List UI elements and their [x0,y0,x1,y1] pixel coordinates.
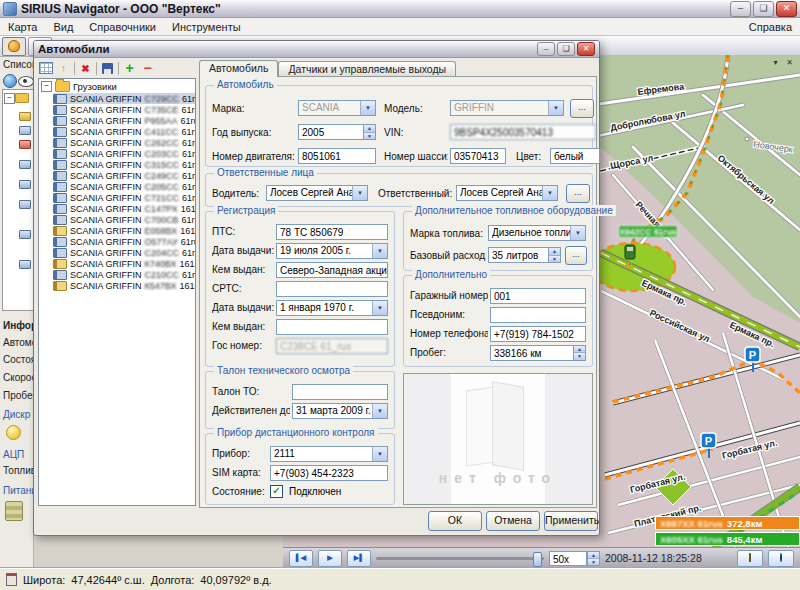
tree-item[interactable]: SCANIA GRIFFINС411СС61rus [53,126,195,137]
connected-label: Подключен [289,486,341,497]
tree-root-row[interactable]: − Грузовики [39,79,195,93]
maximize-button[interactable]: ❏ [753,1,774,17]
speed-spin-buttons[interactable]: ▲ ▼ [587,551,600,566]
ok-button[interactable]: ОК [428,511,482,531]
import-button[interactable]: ↑ [56,61,71,75]
pts-issuer-input[interactable]: Северо-Западная акцизная т [276,262,388,278]
dropdown-icon[interactable]: ▼ [548,101,563,115]
playback-slider-handle[interactable] [533,552,542,567]
pan-tool-button[interactable] [2,37,26,56]
globe-icon[interactable] [3,74,17,88]
play-button[interactable]: ▶ [318,550,342,567]
tree-item[interactable]: SCANIA GRIFFINР955АА61rus [53,115,195,126]
map-close-button[interactable]: ✕ [783,57,796,69]
dropdown-icon[interactable]: ▼ [372,301,387,315]
fuel-browse-button[interactable]: ... [565,246,587,265]
pts-input[interactable]: 78 ТС 850679 [276,224,388,240]
save-button[interactable] [100,61,115,75]
eye-icon[interactable] [18,76,34,87]
dialog-minimize-button[interactable]: – [537,42,555,56]
tab-sensors[interactable]: Датчики и управляемые выходы [278,61,456,77]
tree-item[interactable]: SCANIA GRIFFINЕ058ВХ161rus [53,225,195,236]
tree-item[interactable]: SCANIA GRIFFINК547ВХ161rus [53,280,195,291]
expand-icon[interactable]: − [41,81,52,92]
dropdown-icon[interactable]: ▼ [372,244,387,258]
skip-back-button[interactable]: ▌◀ [289,550,313,567]
dropdown-icon[interactable]: ▼ [372,404,387,418]
responsible-combo[interactable]: Лосев Сергей Анатоль▼ [456,185,558,201]
minimize-button[interactable]: – [730,1,751,17]
valid-until-combo[interactable]: 31 марта 2009 г.▼ [292,403,388,419]
garage-input[interactable]: 001 [490,288,586,304]
vehicle-view-button[interactable] [737,550,763,567]
map-collapse-button[interactable]: ▾ [769,57,782,69]
mileage-spinner[interactable]: 338166 км▲▼ [490,345,586,361]
persons-browse-button[interactable]: ... [566,184,590,203]
vehicle-tree[interactable]: − Грузовики SCANIA GRIFFINС729СС61rus SC… [38,78,196,506]
tree-item[interactable]: SCANIA GRIFFINК740ВХ161rus [53,258,195,269]
phone-input[interactable]: +7(919) 784-1502 [490,326,586,342]
chassis-input[interactable]: 03570413 [450,148,506,164]
engine-input[interactable]: 8051061 [298,148,376,164]
sim-input[interactable]: +7(903) 454-2323 [270,465,388,481]
tab-vehicle[interactable]: Автомобиль [199,60,278,77]
dropdown-icon[interactable]: ▼ [570,226,585,240]
tree-item[interactable]: SCANIA GRIFFINС204СС61rus [53,247,195,258]
srts-issuer-input[interactable] [276,319,388,335]
model-browse-button[interactable]: ... [570,99,594,118]
skip-forward-button[interactable]: ▶▌ [347,550,371,567]
remove-vehicle-button[interactable]: − [140,61,155,75]
vin-input[interactable]: 9ВSР4Х25003570413 [450,124,596,140]
driver-combo[interactable]: Лосев Сергей Анатоль▼ [266,185,368,201]
vehicle-marker[interactable] [625,245,635,259]
background-tree[interactable]: − [2,89,34,311]
speed-value[interactable]: 50x [549,551,587,566]
connected-checkbox[interactable]: ✓ [270,485,283,498]
tree-item[interactable]: SCANIA GRIFFINС203СС61rus [53,148,195,159]
dropdown-icon[interactable]: ▼ [352,186,367,200]
model-combo[interactable]: GRIFFIN▼ [450,100,564,116]
tree-item[interactable]: SCANIA GRIFFINС249СС61rus [53,170,195,181]
srts-date-combo[interactable]: 1 января 1970 г.▼ [276,300,388,316]
ticket-input[interactable] [292,384,388,400]
menu-help[interactable]: Справка [749,21,792,33]
tree-item[interactable]: SCANIA GRIFFINС721СС61rus [53,192,195,203]
dropdown-icon[interactable]: ▼ [360,101,375,115]
dropdown-icon[interactable]: ▼ [542,186,557,200]
year-spinner[interactable]: 2005▲▼ [298,124,376,140]
cancel-button[interactable]: Отмена [486,511,540,531]
add-vehicle-button[interactable]: + [122,61,137,75]
menu-directories[interactable]: Справочники [89,21,156,33]
tree-item[interactable]: SCANIA GRIFFINС315СС61rus [53,159,195,170]
alias-input[interactable] [490,307,586,323]
playback-slider[interactable] [376,557,544,560]
menu-view[interactable]: Вид [53,21,73,33]
menu-map[interactable]: Карта [8,21,37,33]
tree-item[interactable]: SCANIA GRIFFINО577АУ61rus [53,236,195,247]
apply-button[interactable]: Применить [544,511,598,531]
tree-item[interactable]: SCANIA GRIFFINС147РХ161rus [53,203,195,214]
brand-combo[interactable]: SCANIA▼ [298,100,376,116]
fuel-brand-combo[interactable]: Дизельное топливо▼ [488,225,586,241]
tree-item[interactable]: SCANIA GRIFFINС205СС61rus [53,181,195,192]
tree-item[interactable]: SCANIA GRIFFINС262СС61rus [53,137,195,148]
dialog-maximize-button[interactable]: ❏ [557,42,575,56]
delete-button[interactable]: ✖ [78,61,93,75]
spin-down-icon[interactable]: ▼ [588,558,599,565]
device-combo[interactable]: 2111▼ [270,446,388,462]
menu-tools[interactable]: Инструменты [172,21,241,33]
tree-item[interactable]: SCANIA GRIFFINС700СВ61rus [53,214,195,225]
color-input[interactable]: белый [550,148,600,164]
dialog-close-button[interactable]: ✕ [577,42,595,56]
marker-view-button[interactable] [768,550,794,567]
srts-input[interactable] [276,281,388,297]
tree-item[interactable]: SCANIA GRIFFINС210СС61rus [53,269,195,280]
list-add-button[interactable] [38,61,53,75]
pts-date-combo[interactable]: 19 июля 2005 г.▼ [276,243,388,259]
expand-icon[interactable]: − [4,93,15,104]
fuel-rate-spinner[interactable]: 35 литров▲▼ [488,247,561,263]
tree-item[interactable]: SCANIA GRIFFINС735СЕ61rus [53,104,195,115]
dropdown-icon[interactable]: ▼ [372,447,387,461]
tree-item[interactable]: SCANIA GRIFFINС729СС61rus [53,93,195,104]
close-button[interactable]: ✕ [776,1,797,17]
